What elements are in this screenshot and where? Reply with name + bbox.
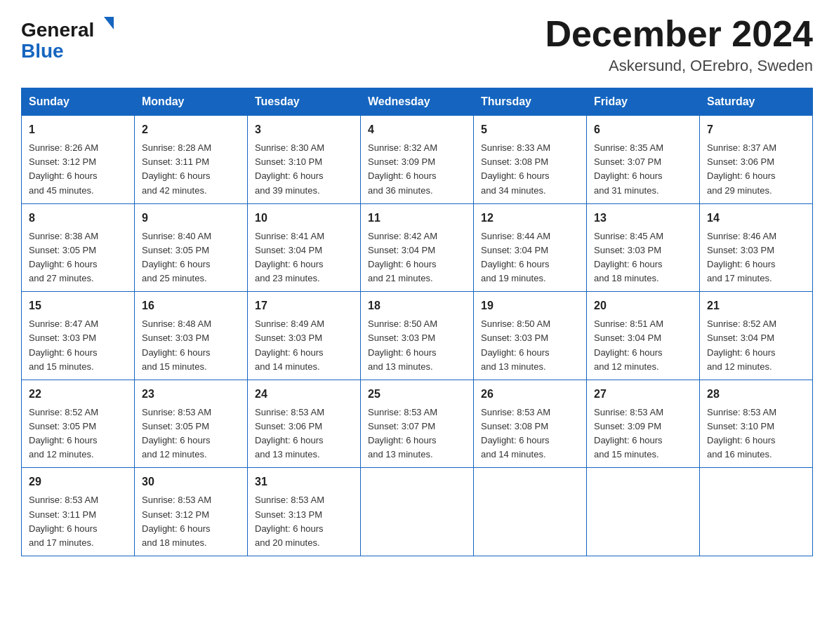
day-info: Sunrise: 8:50 AMSunset: 3:03 PMDaylight:… (481, 318, 550, 371)
calendar-cell: 3 Sunrise: 8:30 AMSunset: 3:10 PMDayligh… (248, 116, 361, 204)
header-cell-monday: Monday (135, 88, 248, 116)
day-number: 23 (142, 386, 240, 403)
day-number: 2 (142, 121, 240, 138)
day-number: 22 (29, 386, 127, 403)
day-number: 16 (142, 297, 240, 314)
day-info: Sunrise: 8:28 AMSunset: 3:11 PMDaylight:… (142, 142, 211, 195)
week-row-2: 8 Sunrise: 8:38 AMSunset: 3:05 PMDayligh… (22, 203, 813, 292)
calendar-cell: 14 Sunrise: 8:46 AMSunset: 3:03 PMDaylig… (700, 203, 813, 292)
calendar-cell: 7 Sunrise: 8:37 AMSunset: 3:06 PMDayligh… (700, 116, 813, 204)
calendar-cell: 12 Sunrise: 8:44 AMSunset: 3:04 PMDaylig… (474, 203, 587, 292)
day-number: 26 (481, 386, 579, 403)
day-info: Sunrise: 8:44 AMSunset: 3:04 PMDaylight:… (481, 231, 550, 283)
logo-svg: General Blue (21, 14, 133, 63)
day-info: Sunrise: 8:37 AMSunset: 3:06 PMDaylight:… (707, 142, 776, 195)
day-number: 29 (29, 474, 127, 490)
calendar-cell: 19 Sunrise: 8:50 AMSunset: 3:03 PMDaylig… (474, 292, 587, 380)
calendar-cell: 9 Sunrise: 8:40 AMSunset: 3:05 PMDayligh… (135, 203, 248, 292)
calendar-cell: 13 Sunrise: 8:45 AMSunset: 3:03 PMDaylig… (587, 203, 700, 292)
calendar-cell: 28 Sunrise: 8:53 AMSunset: 3:10 PMDaylig… (700, 380, 813, 468)
week-row-3: 15 Sunrise: 8:47 AMSunset: 3:03 PMDaylig… (22, 292, 813, 380)
calendar-cell: 30 Sunrise: 8:53 AMSunset: 3:12 PMDaylig… (135, 468, 248, 556)
calendar-cell: 4 Sunrise: 8:32 AMSunset: 3:09 PMDayligh… (361, 116, 474, 204)
header-cell-saturday: Saturday (700, 88, 813, 116)
day-number: 14 (707, 210, 805, 227)
calendar-cell: 1 Sunrise: 8:26 AMSunset: 3:12 PMDayligh… (22, 116, 135, 204)
header-cell-tuesday: Tuesday (248, 88, 361, 116)
week-row-5: 29 Sunrise: 8:53 AMSunset: 3:11 PMDaylig… (22, 468, 813, 556)
day-number: 27 (594, 386, 692, 403)
calendar-cell: 22 Sunrise: 8:52 AMSunset: 3:05 PMDaylig… (22, 380, 135, 468)
day-info: Sunrise: 8:41 AMSunset: 3:04 PMDaylight:… (255, 231, 324, 283)
day-number: 15 (29, 297, 127, 314)
day-info: Sunrise: 8:53 AMSunset: 3:09 PMDaylight:… (594, 407, 663, 459)
calendar-cell (361, 468, 474, 556)
calendar-cell: 5 Sunrise: 8:33 AMSunset: 3:08 PMDayligh… (474, 116, 587, 204)
header-cell-sunday: Sunday (22, 88, 135, 116)
day-info: Sunrise: 8:51 AMSunset: 3:04 PMDaylight:… (594, 318, 663, 371)
calendar-cell (474, 468, 587, 556)
day-info: Sunrise: 8:32 AMSunset: 3:09 PMDaylight:… (368, 142, 437, 195)
day-number: 7 (707, 121, 805, 138)
location-title: Askersund, OErebro, Sweden (545, 57, 813, 75)
day-number: 25 (368, 386, 466, 403)
calendar-cell: 18 Sunrise: 8:50 AMSunset: 3:03 PMDaylig… (361, 292, 474, 380)
day-number: 20 (594, 297, 692, 314)
day-number: 8 (29, 210, 127, 227)
day-info: Sunrise: 8:45 AMSunset: 3:03 PMDaylight:… (594, 231, 663, 283)
svg-text:General: General (21, 19, 94, 41)
calendar-cell: 25 Sunrise: 8:53 AMSunset: 3:07 PMDaylig… (361, 380, 474, 468)
calendar-cell: 24 Sunrise: 8:53 AMSunset: 3:06 PMDaylig… (248, 380, 361, 468)
day-number: 4 (368, 121, 466, 138)
week-row-1: 1 Sunrise: 8:26 AMSunset: 3:12 PMDayligh… (22, 116, 813, 204)
day-number: 31 (255, 474, 353, 490)
page-header: General Blue December 2024 Askersund, OE… (21, 14, 813, 75)
calendar-cell: 23 Sunrise: 8:53 AMSunset: 3:05 PMDaylig… (135, 380, 248, 468)
month-title: December 2024 (545, 14, 813, 54)
day-info: Sunrise: 8:53 AMSunset: 3:08 PMDaylight:… (481, 407, 550, 459)
logo-area: General Blue (21, 14, 133, 63)
day-info: Sunrise: 8:52 AMSunset: 3:04 PMDaylight:… (707, 318, 776, 371)
header-cell-friday: Friday (587, 88, 700, 116)
day-info: Sunrise: 8:53 AMSunset: 3:05 PMDaylight:… (142, 407, 211, 459)
day-number: 3 (255, 121, 353, 138)
calendar-cell: 16 Sunrise: 8:48 AMSunset: 3:03 PMDaylig… (135, 292, 248, 380)
day-number: 30 (142, 474, 240, 490)
svg-text:Blue: Blue (21, 40, 64, 62)
calendar-cell: 10 Sunrise: 8:41 AMSunset: 3:04 PMDaylig… (248, 203, 361, 292)
day-info: Sunrise: 8:40 AMSunset: 3:05 PMDaylight:… (142, 231, 211, 283)
calendar-cell: 27 Sunrise: 8:53 AMSunset: 3:09 PMDaylig… (587, 380, 700, 468)
day-number: 6 (594, 121, 692, 138)
day-info: Sunrise: 8:50 AMSunset: 3:03 PMDaylight:… (368, 318, 437, 371)
day-number: 18 (368, 297, 466, 314)
day-info: Sunrise: 8:35 AMSunset: 3:07 PMDaylight:… (594, 142, 663, 195)
day-info: Sunrise: 8:49 AMSunset: 3:03 PMDaylight:… (255, 318, 324, 371)
day-info: Sunrise: 8:48 AMSunset: 3:03 PMDaylight:… (142, 318, 211, 371)
day-number: 12 (481, 210, 579, 227)
day-info: Sunrise: 8:47 AMSunset: 3:03 PMDaylight:… (29, 318, 98, 371)
day-info: Sunrise: 8:53 AMSunset: 3:10 PMDaylight:… (707, 407, 776, 459)
day-info: Sunrise: 8:30 AMSunset: 3:10 PMDaylight:… (255, 142, 324, 195)
day-number: 1 (29, 121, 127, 138)
day-info: Sunrise: 8:42 AMSunset: 3:04 PMDaylight:… (368, 231, 437, 283)
day-info: Sunrise: 8:52 AMSunset: 3:05 PMDaylight:… (29, 407, 98, 459)
day-info: Sunrise: 8:46 AMSunset: 3:03 PMDaylight:… (707, 231, 776, 283)
week-row-4: 22 Sunrise: 8:52 AMSunset: 3:05 PMDaylig… (22, 380, 813, 468)
header-cell-wednesday: Wednesday (361, 88, 474, 116)
day-info: Sunrise: 8:26 AMSunset: 3:12 PMDaylight:… (29, 142, 98, 195)
header-cell-thursday: Thursday (474, 88, 587, 116)
calendar-cell: 29 Sunrise: 8:53 AMSunset: 3:11 PMDaylig… (22, 468, 135, 556)
day-info: Sunrise: 8:53 AMSunset: 3:12 PMDaylight:… (142, 495, 211, 547)
day-info: Sunrise: 8:53 AMSunset: 3:07 PMDaylight:… (368, 407, 437, 459)
svg-marker-1 (104, 17, 114, 29)
day-number: 19 (481, 297, 579, 314)
day-number: 13 (594, 210, 692, 227)
day-info: Sunrise: 8:53 AMSunset: 3:13 PMDaylight:… (255, 495, 324, 547)
day-number: 28 (707, 386, 805, 403)
title-area: December 2024 Askersund, OErebro, Sweden (545, 14, 813, 75)
header-row: SundayMondayTuesdayWednesdayThursdayFrid… (22, 88, 813, 116)
day-number: 24 (255, 386, 353, 403)
day-number: 9 (142, 210, 240, 227)
calendar-cell: 26 Sunrise: 8:53 AMSunset: 3:08 PMDaylig… (474, 380, 587, 468)
day-info: Sunrise: 8:53 AMSunset: 3:11 PMDaylight:… (29, 495, 98, 547)
